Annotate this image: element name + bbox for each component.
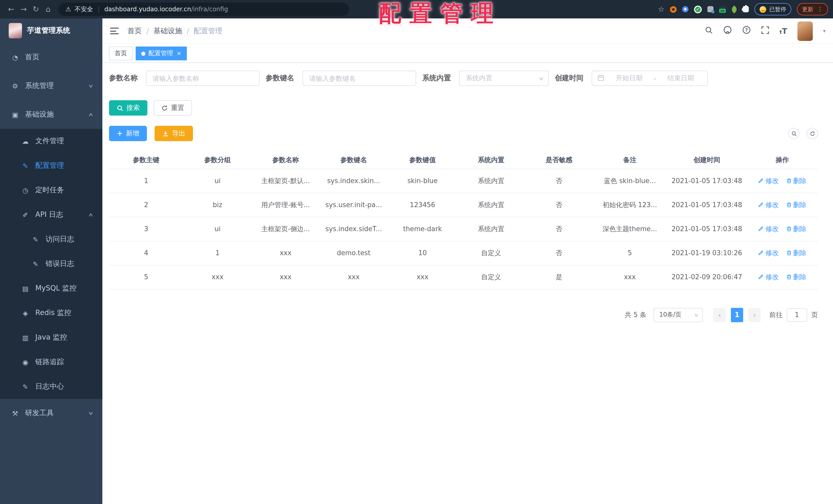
address-bar[interactable]: ⚠ 不安全 | dashboard.yudao.iocoder.cn/infra… — [58, 3, 349, 16]
goto-page-input[interactable] — [787, 308, 807, 322]
sidebar-item-file-management[interactable]: ☁ 文件管理 — [0, 129, 102, 153]
close-icon[interactable]: × — [176, 50, 181, 57]
search-icon[interactable] — [705, 26, 713, 36]
search-button[interactable]: 搜索 — [109, 100, 147, 116]
font-size-icon[interactable]: tT — [780, 26, 787, 35]
bookmark-star-icon[interactable]: ☆ — [658, 5, 664, 13]
sidebar-item-log-center[interactable]: ✎ 日志中心 — [0, 374, 102, 399]
screenshot-stage: ← → ↻ ⌂ ⚠ 不安全 | dashboard.yudao.iocoder.… — [0, 0, 833, 504]
sidebar-item-system-management[interactable]: ⚙ 系统管理 ∨ — [0, 72, 102, 100]
sidebar-item-scheduled-tasks[interactable]: ◷ 定时任务 — [0, 178, 102, 203]
page-content: 参数名称 参数键名 系统内置 系统内置 ∨ — [102, 63, 833, 504]
extensions-puzzle-icon[interactable] — [743, 6, 749, 12]
sidebar-item-trace[interactable]: ◉ 链路追踪 — [0, 350, 102, 374]
edit-button[interactable]: 修改 — [758, 272, 779, 281]
extension-orange-icon[interactable] — [670, 6, 676, 12]
next-page-button[interactable]: › — [748, 308, 761, 322]
sidebar-item-access-logs[interactable]: ✎ 访问日志 — [0, 227, 102, 252]
sidebar-item-infrastructure[interactable]: ▣ 基础设施 ∧ — [0, 100, 102, 129]
delete-button[interactable]: 删除 — [786, 272, 806, 281]
add-button[interactable]: 新增 — [109, 126, 147, 141]
edit-button[interactable]: 修改 — [758, 248, 779, 257]
delete-button[interactable]: 删除 — [786, 248, 806, 257]
fullscreen-icon[interactable] — [761, 26, 769, 36]
date-range-picker[interactable]: 开始日期 - 结束日期 — [592, 71, 708, 86]
col-header-id: 参数主键 — [109, 151, 183, 169]
table-row: 41xxxdemo.test10自定义否52021-01-19 03:10:26… — [109, 241, 818, 265]
param-key-label: 参数键名 — [266, 74, 294, 83]
url-host: dashboard.yudao.iocoder.cn — [104, 6, 191, 13]
extension-cn-icon[interactable]: cn — [719, 6, 726, 12]
browser-toolbar: ← → ↻ ⌂ ⚠ 不安全 | dashboard.yudao.iocoder.… — [0, 0, 833, 19]
edit-button[interactable]: 修改 — [758, 200, 779, 209]
col-header-value: 参数键值 — [388, 151, 457, 169]
delete-button[interactable]: 删除 — [786, 176, 806, 185]
start-date-placeholder: 开始日期 — [608, 74, 650, 83]
extension-droplet-icon[interactable] — [707, 6, 713, 12]
sidebar-item-mysql-monitor[interactable]: ▤ MySQL 监控 — [0, 276, 102, 301]
edit-button[interactable]: 修改 — [758, 224, 779, 233]
browser-home-icon[interactable]: ⌂ — [42, 3, 54, 16]
app-logo: 芋道管理系统 — [0, 19, 102, 43]
prev-page-button[interactable]: ‹ — [713, 308, 726, 322]
header-actions: ? tT ▾ — [705, 21, 826, 41]
export-button[interactable]: 导出 — [154, 126, 193, 141]
breadcrumb-home[interactable]: 首页 — [127, 26, 142, 35]
pagination: 共 5 条 10条/页 ∨ ‹ 1 › 前往 页 — [109, 308, 818, 322]
kebab-menu-icon[interactable]: ⋮ — [817, 6, 823, 13]
builtin-select[interactable]: 系统内置 ∨ — [459, 71, 549, 86]
chevron-down-icon: ∨ — [88, 411, 94, 416]
page-unit-label: 页 — [811, 310, 818, 319]
extension-check-icon[interactable]: ✓ — [694, 5, 702, 13]
sidebar-item-dev-tools[interactable]: ⚒ 研发工具 ∨ — [0, 399, 102, 428]
sidebar-item-redis-monitor[interactable]: ◈ Redis 监控 — [0, 301, 102, 325]
chevron-down-icon: ∨ — [88, 83, 94, 89]
infrastructure-icon: ▣ — [11, 111, 20, 118]
sidebar: 芋道管理系统 ◔ 首页 ⚙ 系统管理 ∨ ▣ 基础设施 ∧ ☁ — [0, 19, 102, 504]
tab-config-management[interactable]: 配置管理 × — [136, 47, 187, 60]
help-icon[interactable]: ? — [742, 26, 751, 36]
extension-pin-icon[interactable] — [682, 6, 688, 12]
param-name-input[interactable] — [146, 71, 260, 86]
calendar-icon — [597, 74, 604, 83]
sidebar-item-error-logs[interactable]: ✎ 错误日志 — [0, 252, 102, 276]
breadcrumb-infrastructure[interactable]: 基础设施 — [153, 26, 182, 35]
col-header-actions: 操作 — [747, 151, 818, 169]
sidebar-item-config-management[interactable]: ✎ 配置管理 — [0, 153, 102, 178]
table-tools — [788, 128, 818, 139]
browser-back-icon[interactable]: ← — [5, 3, 17, 16]
paused-status-pill[interactable]: 已暂停 — [755, 3, 791, 15]
tab-home[interactable]: 首页 — [109, 47, 133, 60]
goto-label: 前往 — [769, 310, 783, 319]
builtin-label: 系统内置 — [422, 74, 451, 83]
browser-forward-icon[interactable]: → — [17, 3, 30, 16]
mysql-icon: ▤ — [21, 285, 30, 292]
toggle-search-icon[interactable] — [788, 128, 800, 139]
eye-icon: ◉ — [21, 358, 30, 366]
delete-button[interactable]: 删除 — [786, 200, 806, 209]
tags-view-bar: 首页 配置管理 × — [102, 44, 833, 63]
extension-leaf-icon[interactable] — [730, 5, 738, 13]
table-row: 2biz用户管理-账号...sys.user.init-pa...123456系… — [109, 193, 818, 217]
sidebar-item-api-logs[interactable]: ✐ API 日志 ∧ — [0, 203, 102, 227]
delete-button[interactable]: 删除 — [786, 224, 806, 233]
chevron-down-icon: ∨ — [694, 312, 699, 317]
github-icon[interactable] — [723, 26, 732, 36]
breadcrumb-separator: / — [146, 27, 149, 35]
chevron-down-icon[interactable]: ▾ — [823, 28, 826, 34]
sidebar-item-java-monitor[interactable]: ▥ Java 监控 — [0, 325, 102, 350]
reset-button[interactable]: 重置 — [153, 100, 192, 116]
edit-button[interactable]: 修改 — [758, 176, 779, 185]
param-key-input[interactable] — [303, 71, 416, 86]
breadcrumb-separator: / — [187, 27, 189, 35]
page-number-1[interactable]: 1 — [731, 308, 743, 322]
col-header-group: 参数分组 — [183, 151, 252, 169]
sidebar-item-home[interactable]: ◔ 首页 — [0, 43, 102, 72]
create-time-label: 创建时间 — [555, 74, 584, 83]
page-size-select[interactable]: 10条/页 ∨ — [653, 308, 703, 322]
browser-update-button[interactable]: 更新 ⋮ — [797, 3, 828, 15]
refresh-icon[interactable] — [807, 128, 818, 139]
hamburger-menu-icon[interactable] — [110, 28, 119, 34]
user-avatar[interactable] — [798, 21, 813, 41]
browser-reload-icon[interactable]: ↻ — [30, 3, 42, 16]
